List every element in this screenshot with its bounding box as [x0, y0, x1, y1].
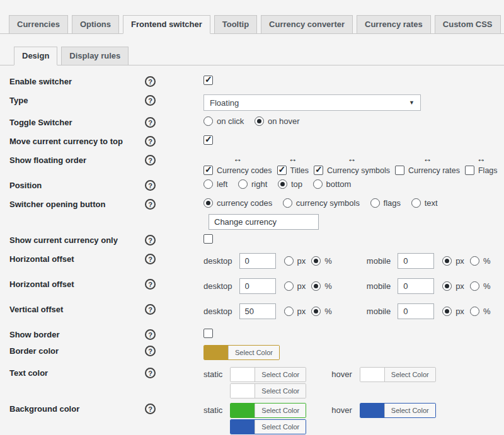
text-color-hover-picker-button[interactable]: Select Color: [360, 367, 436, 382]
mobile-percent-radio[interactable]: %: [470, 281, 491, 291]
radio-indicator: [442, 307, 452, 316]
desktop-percent-radio[interactable]: %: [311, 256, 332, 266]
position-left-radio[interactable]: left: [203, 179, 227, 189]
mobile-offset-input[interactable]: [398, 278, 434, 294]
radio-label: %: [483, 307, 491, 316]
opening-flags-radio[interactable]: flags: [370, 198, 401, 208]
desktop-offset-input[interactable]: [239, 278, 276, 294]
opening-currency-symbols-radio[interactable]: currency symbols: [283, 198, 360, 208]
text-color-static-stack: Select Color Select Color: [230, 367, 306, 398]
currency-codes-checkbox[interactable]: [203, 166, 213, 175]
row-show-border: Show border ?: [9, 329, 504, 340]
mobile-px-radio[interactable]: px: [442, 281, 464, 291]
drag-handle-icon[interactable]: ↔: [423, 154, 432, 163]
color-swatch: [360, 404, 384, 417]
desktop-offset-input[interactable]: [239, 303, 276, 319]
position-top-radio[interactable]: top: [278, 179, 302, 189]
help-icon[interactable]: ?: [145, 199, 156, 210]
drag-handle-icon[interactable]: ↔: [233, 154, 242, 163]
tab-tooltip[interactable]: Tooltip: [214, 15, 257, 34]
help-icon[interactable]: ?: [145, 329, 156, 340]
mobile-percent-radio[interactable]: %: [470, 307, 491, 316]
tab-currency-rates[interactable]: Currency rates: [357, 15, 431, 34]
mobile-offset-input[interactable]: [398, 303, 434, 319]
show-current-only-checkbox[interactable]: [203, 234, 213, 244]
flags-checkbox[interactable]: [465, 166, 474, 175]
toggle-on-click-radio[interactable]: on click: [203, 116, 244, 126]
desktop-percent-radio[interactable]: %: [311, 307, 332, 316]
radio-label: %: [324, 281, 332, 291]
desktop-px-radio[interactable]: px: [284, 256, 306, 266]
field-label: Text color: [9, 367, 145, 378]
radio-label: right: [251, 179, 267, 189]
help-icon[interactable]: ?: [145, 279, 156, 290]
desktop-offset-input[interactable]: [239, 253, 276, 269]
drag-handle-icon[interactable]: ↔: [289, 154, 297, 163]
help-icon[interactable]: ?: [145, 254, 156, 264]
mobile-label: mobile: [367, 307, 391, 316]
desktop-percent-radio[interactable]: %: [311, 281, 332, 291]
text-color-static-picker-button[interactable]: Select Color: [230, 367, 306, 382]
tab-currency-converter[interactable]: Currency converter: [261, 15, 353, 34]
help-icon[interactable]: ?: [145, 76, 156, 87]
type-select[interactable]: Floating ▼: [203, 94, 421, 111]
radio-indicator: [311, 307, 321, 316]
help-icon[interactable]: ?: [145, 404, 156, 414]
drag-handle-icon[interactable]: ↔: [347, 154, 356, 163]
radio-label: top: [291, 179, 302, 189]
opening-button-text-input[interactable]: [209, 214, 319, 230]
position-bottom-radio[interactable]: bottom: [313, 179, 352, 189]
field-label: Background color: [9, 403, 145, 414]
radio-label: px: [297, 256, 306, 266]
help-icon[interactable]: ?: [145, 346, 156, 356]
show-border-checkbox[interactable]: [203, 329, 213, 338]
drag-handle-icon[interactable]: ↔: [477, 154, 486, 163]
radio-indicator: [284, 256, 294, 266]
titles-checkbox[interactable]: [277, 166, 287, 175]
subtab-design[interactable]: Design: [14, 47, 57, 65]
border-color-picker-button[interactable]: Select Color: [203, 345, 280, 360]
help-icon[interactable]: ?: [145, 235, 156, 246]
background-color-hover-picker-button[interactable]: Select Color: [360, 403, 436, 418]
help-icon[interactable]: ?: [145, 155, 156, 166]
mobile-offset-input[interactable]: [398, 253, 434, 269]
move-current-currency-checkbox[interactable]: [203, 135, 213, 145]
field-label: Type: [9, 94, 145, 105]
opening-text-radio[interactable]: text: [411, 198, 438, 208]
background-color-static-picker-button[interactable]: Select Color: [230, 403, 306, 418]
help-icon[interactable]: ?: [145, 180, 156, 191]
radio-indicator: [370, 198, 380, 208]
mobile-px-radio[interactable]: px: [442, 256, 464, 266]
opening-button-radio-group: currency codes currency symbols flags te…: [203, 198, 504, 210]
toggle-on-hover-radio[interactable]: on hover: [255, 116, 300, 126]
radio-indicator: [411, 198, 421, 208]
opening-currency-codes-radio[interactable]: currency codes: [203, 198, 272, 208]
help-icon[interactable]: ?: [145, 95, 156, 106]
field-label: Switcher opening button: [9, 198, 145, 209]
desktop-px-radio[interactable]: px: [284, 307, 306, 316]
order-item-flags: ↔ Flags: [465, 154, 498, 175]
help-icon[interactable]: ?: [145, 304, 156, 315]
currency-rates-checkbox[interactable]: [395, 166, 404, 175]
help-icon[interactable]: ?: [145, 136, 156, 147]
mobile-percent-radio[interactable]: %: [470, 256, 491, 266]
field-label: Horizontal offset: [9, 278, 145, 289]
currency-symbols-checkbox[interactable]: [314, 166, 323, 175]
tab-custom-css[interactable]: Custom CSS: [435, 15, 501, 34]
desktop-px-radio[interactable]: px: [284, 281, 306, 291]
enable-switcher-checkbox[interactable]: [203, 76, 213, 85]
subtab-display-rules[interactable]: Display rules: [61, 47, 129, 65]
tab-currencies[interactable]: Currencies: [9, 15, 68, 34]
row-toggle-switcher: Toggle Switcher ? on click on hover: [9, 116, 504, 128]
tab-frontend-switcher[interactable]: Frontend switcher: [123, 15, 210, 34]
mobile-px-radio[interactable]: px: [442, 307, 464, 316]
radio-label: px: [455, 256, 464, 266]
text-color-static-2-picker-button[interactable]: Select Color: [230, 383, 306, 398]
position-right-radio[interactable]: right: [238, 179, 267, 189]
help-icon[interactable]: ?: [145, 368, 156, 378]
row-enable-switcher: Enable switcher ?: [9, 76, 504, 87]
tab-options[interactable]: Options: [72, 15, 119, 34]
field-label: Position: [9, 179, 145, 190]
help-icon[interactable]: ?: [145, 117, 156, 128]
background-color-static-2-picker-button[interactable]: Select Color: [230, 419, 306, 434]
